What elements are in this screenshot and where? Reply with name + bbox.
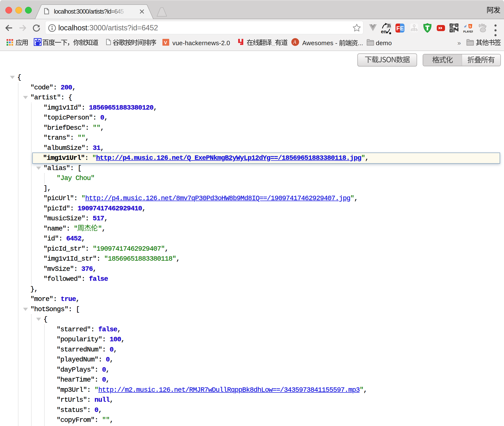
svg-text:A: A bbox=[293, 39, 296, 45]
svg-text:en: en bbox=[381, 29, 386, 34]
svg-text:F: F bbox=[396, 25, 400, 32]
svg-text:E: E bbox=[400, 25, 404, 32]
svg-text:5: 5 bbox=[469, 25, 471, 28]
svg-text:V: V bbox=[164, 40, 167, 45]
svg-text:PLAYER: PLAYER bbox=[463, 30, 473, 33]
